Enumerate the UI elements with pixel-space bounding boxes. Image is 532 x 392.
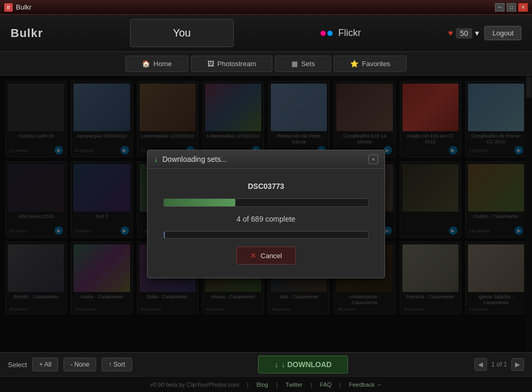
- count-badge: 50: [456, 28, 473, 39]
- file-name: DSC03773: [248, 182, 285, 190]
- footer-version: v0.90 beta by ClipYourPhotos.com: [150, 381, 239, 388]
- nav-home-label: Home: [153, 60, 172, 68]
- title-bar: B Bulkr ─ □ ✕: [0, 0, 532, 15]
- logout-button[interactable]: Logout: [484, 26, 521, 40]
- none-button[interactable]: - None: [63, 358, 96, 371]
- modal-close-button[interactable]: ×: [369, 154, 378, 164]
- modal-overlay: ↓ Downloading sets... × DSC03773 4 of 68…: [0, 76, 532, 352]
- app-icon: B: [4, 3, 13, 12]
- nav-photostream-label: Photostream: [217, 60, 256, 68]
- flickr-dots: [320, 31, 333, 36]
- bottom-right-controls: ◀ 1 of 1 ▶: [474, 358, 524, 371]
- nav-favorites[interactable]: ⭐ Favorites: [334, 56, 406, 72]
- secondary-nav: 🏠 Home 🖼 Photostream ▦ Sets ⭐ Favorites: [0, 52, 532, 76]
- top-right-controls: ♥ 50 ▾ Logout: [448, 26, 521, 40]
- favorites-icon: ⭐: [350, 60, 359, 68]
- photostream-icon: 🖼: [207, 60, 214, 68]
- heart-icon: ♥: [448, 29, 453, 38]
- sort-button[interactable]: ↑ Sort: [102, 358, 132, 371]
- top-nav: Bulkr You Flickr ♥ 50 ▾ Logout: [0, 15, 532, 52]
- overall-progress-fill: [164, 232, 165, 238]
- file-progress-bar: [163, 198, 369, 207]
- app-container: Bulkr You Flickr ♥ 50 ▾ Logout 🏠 Home 🖼 …: [0, 15, 532, 392]
- nav-home[interactable]: 🏠 Home: [125, 56, 188, 72]
- bottom-bar: Select + All - None ↑ Sort ↓ ↓ DOWNLOAD …: [0, 352, 532, 376]
- prev-page-button[interactable]: ◀: [474, 358, 487, 371]
- footer-twitter[interactable]: Twitter: [286, 381, 302, 388]
- modal-header: ↓ Downloading sets... ×: [148, 150, 384, 169]
- flickr-section: Flickr: [320, 28, 361, 39]
- cancel-label: Cancel: [261, 252, 282, 260]
- progress-text: 4 of 689 complete: [236, 215, 295, 223]
- maximize-button[interactable]: □: [507, 3, 516, 12]
- footer-faq[interactable]: FAQ: [320, 381, 332, 388]
- download-icon: ↓: [154, 154, 158, 164]
- app-title: Bulkr: [16, 3, 32, 11]
- download-icon: ↓: [274, 360, 278, 369]
- photo-grid-area: Cumple Luchi 20 71 photos ▶ Aeropargue 1…: [0, 76, 532, 352]
- download-label: ↓ DOWNLOAD: [281, 360, 332, 369]
- bottom-left-controls: Select + All - None ↑ Sort: [8, 358, 132, 371]
- window-controls[interactable]: ─ □ ✕: [495, 3, 528, 12]
- footer-feedback[interactable]: Feedback →: [349, 381, 382, 388]
- footer-divider4: |: [340, 381, 341, 388]
- footer: v0.90 beta by ClipYourPhotos.com | Blog …: [0, 376, 532, 392]
- flickr-dot-pink: [320, 31, 326, 36]
- nav-favorites-label: Favorites: [362, 60, 390, 68]
- footer-divider: |: [247, 381, 249, 388]
- modal-title-text: Downloading sets...: [162, 155, 227, 163]
- footer-blog[interactable]: Blog: [256, 381, 268, 388]
- download-button[interactable]: ↓ ↓ DOWNLOAD: [258, 355, 348, 373]
- brand-logo: Bulkr: [11, 26, 43, 40]
- cancel-button[interactable]: ✕ Cancel: [236, 247, 296, 265]
- heart-count-area: ♥ 50 ▾: [448, 28, 479, 39]
- flickr-dot-blue: [327, 31, 333, 36]
- minimize-button[interactable]: ─: [495, 3, 505, 12]
- flickr-label: Flickr: [338, 28, 361, 39]
- nav-photostream[interactable]: 🖼 Photostream: [191, 56, 273, 72]
- you-tab[interactable]: You: [130, 19, 234, 47]
- modal-title: ↓ Downloading sets...: [154, 154, 227, 164]
- count-arrow: ▾: [475, 28, 479, 38]
- footer-divider3: |: [310, 381, 312, 388]
- footer-divider2: |: [276, 381, 278, 388]
- download-modal: ↓ Downloading sets... × DSC03773 4 of 68…: [147, 150, 385, 278]
- sets-icon: ▦: [291, 60, 298, 68]
- nav-sets[interactable]: ▦ Sets: [275, 56, 331, 72]
- nav-sets-label: Sets: [301, 60, 315, 68]
- home-icon: 🏠: [142, 60, 150, 68]
- close-button[interactable]: ✕: [518, 3, 528, 12]
- next-page-button[interactable]: ▶: [511, 358, 524, 371]
- modal-body: DSC03773 4 of 689 complete ✕ Cancel: [148, 169, 384, 278]
- select-label: Select: [8, 361, 27, 369]
- overall-progress-bar: [163, 231, 369, 239]
- all-button[interactable]: + All: [32, 358, 58, 371]
- cancel-icon: ✕: [250, 251, 256, 260]
- page-info: 1 of 1: [491, 361, 507, 368]
- file-progress-fill: [164, 199, 235, 206]
